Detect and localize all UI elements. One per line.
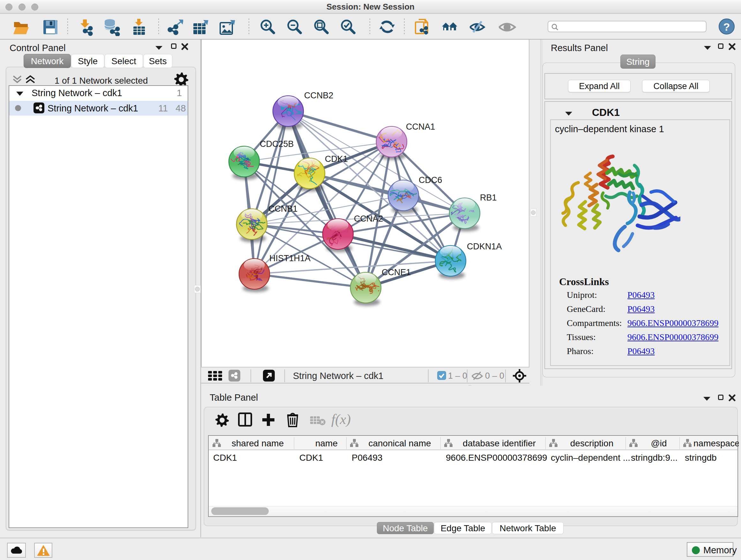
svg-text:CDK1: CDK1 [325,154,348,164]
svg-text:RB1: RB1 [480,193,497,202]
svg-text:CCNA1: CCNA1 [406,122,435,132]
svg-text:HIST1H1A: HIST1H1A [269,253,311,263]
svg-text:CCNE1: CCNE1 [382,267,411,277]
svg-text:CDC25B: CDC25B [260,139,294,149]
svg-text:CDC6: CDC6 [419,175,442,185]
svg-text:CCNA2: CCNA2 [354,214,383,224]
svg-text:CCNB1: CCNB1 [268,204,298,213]
svg-text:CDKN1A: CDKN1A [467,242,502,251]
svg-text:CCNB2: CCNB2 [304,91,333,100]
